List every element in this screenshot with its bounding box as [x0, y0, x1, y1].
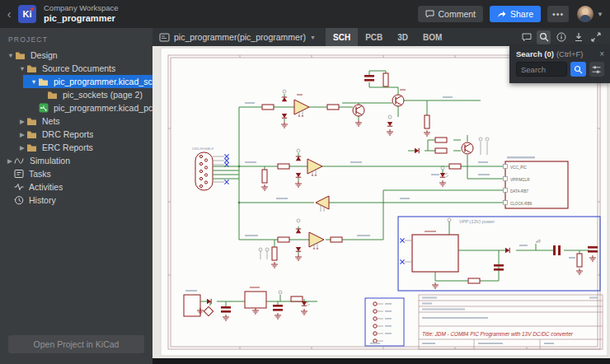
sidebar-item-label: History: [29, 195, 56, 205]
search-panel-shortcut: (Ctrl+F): [556, 49, 583, 58]
schematic-svg[interactable]: DB9-FEMALE: [152, 46, 610, 358]
sidebar-item-label: pic_programmer.kicad_sch (page...: [54, 77, 152, 86]
document-selector-label: pic_programmer(pic_programmer): [174, 32, 306, 42]
comment-button[interactable]: Comment: [418, 6, 484, 22]
sidebar-item-drc-reports[interactable]: ▶ DRC Reports: [0, 128, 152, 141]
open-project-in-kicad-button[interactable]: Open Project in KiCad: [8, 335, 144, 353]
share-icon: [497, 10, 506, 18]
simulation-wave-icon: [14, 156, 25, 166]
tab-pcb[interactable]: PCB: [358, 28, 390, 46]
activity-pulse-icon: [14, 182, 24, 192]
sidebar-item-erc-reports[interactable]: ▶ ERC Reports: [0, 141, 152, 154]
vpp-box-label: VPP (13V) power: [459, 219, 495, 224]
sheet-pin-label: CLOCK-RB6: [510, 202, 533, 206]
sidebar-item-label: Activities: [29, 182, 63, 192]
search-input[interactable]: [516, 62, 567, 77]
toolbar-icons: [519, 28, 603, 46]
chevron-right-icon[interactable]: ▶: [18, 118, 26, 125]
db9-label: DB9-FEMALE: [192, 147, 214, 151]
app-window: ‹ Ki Company Workspace pic_programmer Co…: [0, 0, 610, 364]
download-button[interactable]: [571, 30, 585, 44]
tab-sch[interactable]: SCH: [326, 28, 358, 46]
sidebar-item-pic-sockets[interactable]: pic_sockets (page 2): [0, 88, 152, 101]
sidebar-item-kicad-pcb[interactable]: pic_programmer.kicad_pcb: [0, 101, 152, 114]
schematic-sheet: [161, 48, 608, 356]
comments-panel-button[interactable]: [519, 30, 533, 44]
schematic-canvas-area[interactable]: DB9-FEMALE: [152, 46, 610, 358]
document-selector[interactable]: pic_programmer(pic_programmer) ▼: [159, 28, 316, 46]
sidebar-item-label: Simulation: [30, 156, 70, 166]
tab-bom[interactable]: BOM: [415, 28, 449, 46]
folder-icon: [47, 91, 58, 100]
chevron-down-icon[interactable]: ▼: [18, 65, 26, 72]
sidebar-item-tasks[interactable]: Tasks: [0, 167, 152, 180]
download-icon: [574, 32, 584, 42]
view-tabs: SCH PCB 3D BOM: [326, 28, 449, 46]
sidebar-item-activities[interactable]: Activities: [0, 180, 152, 194]
sidebar-item-label: Source Documents: [42, 63, 115, 73]
search-icon: [539, 32, 549, 42]
folder-icon: [26, 117, 37, 126]
avatar-chevron-down-icon[interactable]: ▼: [597, 11, 603, 18]
project-name: pic_programmer: [44, 13, 119, 24]
title-block-title: Title: JDM - COM84 PIC Programmer with 1…: [422, 331, 574, 338]
kicad-logo: Ki: [18, 5, 36, 23]
sheet-pin-label: VCC_PIC: [510, 166, 528, 170]
viewer-toolbar: pic_programmer(pic_programmer) ▼ SCH PCB…: [152, 28, 610, 46]
header-titles: Company Workspace pic_programmer: [44, 4, 119, 24]
folder-icon: [15, 51, 26, 60]
sidebar-item-label: Nets: [42, 116, 60, 126]
canvas-bottom-bar: [152, 358, 610, 364]
sheet-pin-label: DATA-RB7: [510, 189, 528, 194]
sidebar-item-simulation[interactable]: ▶ Simulation: [0, 154, 152, 167]
info-icon: [556, 32, 566, 42]
kicad-logo-text: Ki: [23, 9, 32, 19]
sidebar-item-label: Tasks: [29, 169, 51, 179]
more-options-button[interactable]: •••: [547, 6, 569, 22]
folder-icon: [38, 77, 49, 86]
folder-icon: [26, 130, 37, 139]
search-panel-title: Search (0): [516, 49, 554, 58]
chevron-right-icon[interactable]: ▶: [18, 144, 26, 152]
close-icon[interactable]: ×: [599, 49, 604, 58]
project-sidebar: PROJECT ▼ Design ▼ Source Documents ▼ pi…: [0, 28, 152, 364]
share-button[interactable]: Share: [490, 6, 541, 22]
sidebar-item-label: pic_sockets (page 2): [63, 90, 143, 100]
comment-icon: [425, 10, 434, 18]
sheet-pin-label: VPP/MCLR: [510, 178, 530, 182]
tab-3d[interactable]: 3D: [390, 28, 415, 46]
search-submit-button[interactable]: [570, 62, 586, 77]
back-button[interactable]: ‹: [0, 7, 18, 21]
info-button[interactable]: [554, 30, 568, 44]
folder-icon: [26, 143, 37, 152]
sidebar-item-label: Design: [30, 50, 58, 60]
chevron-right-icon[interactable]: ▶: [6, 157, 14, 165]
chevron-down-icon: ▼: [310, 35, 316, 40]
chevron-down-icon[interactable]: ▼: [7, 52, 15, 59]
avatar[interactable]: [577, 6, 594, 22]
share-button-label: Share: [510, 9, 533, 19]
tasks-icon: [14, 169, 24, 179]
chevron-right-icon[interactable]: ▶: [18, 131, 26, 138]
sidebar-item-history[interactable]: History: [0, 194, 152, 207]
sidebar-item-label: pic_programmer.kicad_pcb: [54, 103, 152, 113]
history-clock-icon: [14, 195, 24, 205]
search-filter-button[interactable]: [589, 62, 605, 77]
filter-sliders-icon: [592, 65, 601, 74]
sidebar-item-label: DRC Reports: [42, 129, 93, 139]
search-panel-button[interactable]: [537, 30, 551, 44]
sidebar-item-kicad-sch[interactable]: ▼ pic_programmer.kicad_sch (page...: [23, 75, 152, 88]
sidebar-item-nets[interactable]: ▶ Nets: [0, 114, 152, 128]
search-panel: Search (0) (Ctrl+F) ×: [509, 46, 610, 83]
sidebar-item-design[interactable]: ▼ Design: [0, 49, 152, 62]
sidebar-item-source-documents[interactable]: ▼ Source Documents: [0, 62, 152, 75]
header-bar: ‹ Ki Company Workspace pic_programmer Co…: [0, 0, 610, 28]
chevron-down-icon[interactable]: ▼: [30, 78, 38, 86]
fullscreen-button[interactable]: [589, 30, 603, 44]
comment-icon: [522, 33, 532, 42]
workspace-name: Company Workspace: [44, 4, 119, 13]
pcb-file-icon: [39, 103, 49, 113]
comment-button-label: Comment: [439, 9, 476, 19]
project-section-label: PROJECT: [0, 28, 152, 49]
sidebar-item-label: ERC Reports: [42, 142, 93, 152]
